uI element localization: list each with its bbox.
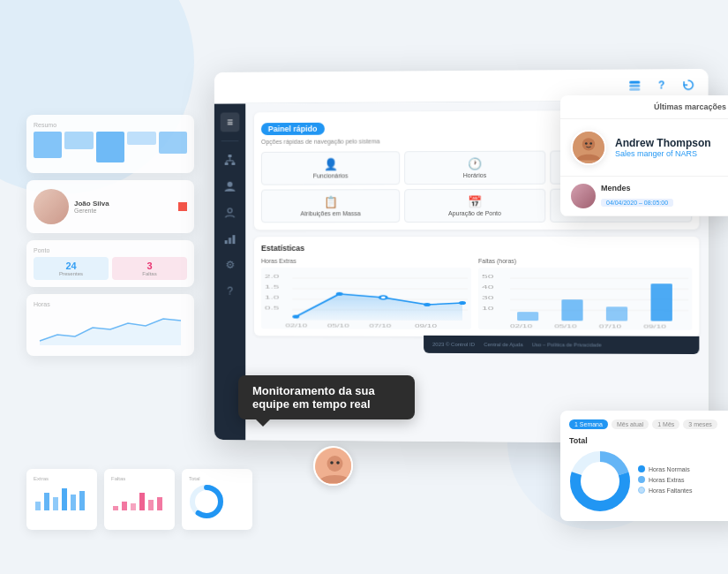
svg-rect-0 (35, 502, 41, 510)
marcacoes-list-item: Mendes 04/04/2020 – 08:05:00 (560, 177, 728, 216)
svg-point-25 (228, 208, 232, 213)
svg-point-73 (336, 461, 340, 464)
footer-privacy[interactable]: Uso – Política de Privacidade (532, 342, 602, 347)
question-icon[interactable]: ? (653, 76, 671, 94)
profile-name: Andrew Thompson (615, 137, 711, 149)
svg-rect-26 (225, 240, 228, 244)
quick-btn-funcionarios[interactable]: 👤 Funcionários (261, 151, 401, 185)
svg-rect-56 (606, 306, 627, 321)
database-icon[interactable] (626, 76, 643, 94)
sidebar-divider-1 (221, 140, 239, 141)
svg-rect-4 (71, 495, 76, 510)
bl-card-2: Faltas (104, 469, 175, 530)
svg-rect-3 (62, 488, 67, 510)
sidebar-icon-help[interactable]: ? (221, 282, 240, 301)
marcacoes-date: 04/04/2020 – 08:05:00 (601, 199, 673, 207)
svg-point-41 (459, 301, 466, 305)
svg-point-38 (336, 292, 343, 296)
quick-btn-atribuicoes[interactable]: 📋 Atribuições em Massa (261, 189, 401, 223)
sidebar-icon-org[interactable] (221, 150, 240, 170)
faltas-label: Faltas (horas) (478, 258, 692, 264)
svg-text:1.0: 1.0 (265, 294, 279, 300)
refresh-icon[interactable] (679, 76, 697, 94)
svg-rect-5 (79, 491, 85, 510)
svg-text:2.0: 2.0 (265, 273, 279, 279)
marcacoes-card: Últimas marcações Andrew Thompson Sales … (560, 95, 728, 216)
legend-dot-faltantes (638, 487, 645, 494)
avatar (571, 130, 606, 165)
sidebar-icon-menu[interactable]: ≡ (221, 112, 240, 132)
svg-rect-6 (113, 506, 118, 510)
svg-text:09/10: 09/10 (415, 323, 438, 329)
svg-text:40: 40 (482, 283, 493, 290)
funcionarios-icon: 👤 (266, 157, 396, 170)
svg-point-40 (424, 303, 431, 306)
donut-chart-svg (569, 450, 631, 512)
atribuicoes-icon: 📋 (266, 195, 396, 208)
svg-point-65 (589, 142, 592, 145)
svg-rect-27 (229, 238, 231, 244)
quick-btn-label: Funcionários (266, 172, 396, 178)
tab-3meses[interactable]: 3 meses (683, 419, 717, 429)
floating-avatar-1 (313, 446, 353, 486)
sidebar-icon-users[interactable] (221, 177, 240, 196)
legend-horas-normais: Horas Normais (638, 465, 728, 472)
horarios-icon: 🕐 (409, 157, 540, 171)
tooltip-text: Monitoramento da sua equipe em tempo rea… (252, 384, 375, 411)
svg-point-72 (330, 461, 334, 464)
tab-1mes[interactable]: 1 Mês (652, 419, 679, 429)
marcacoes-name: Mendes (601, 184, 673, 193)
marcacoes-avatar (571, 184, 596, 208)
legend-label-normal: Horas Normais (649, 466, 690, 472)
svg-rect-15 (629, 84, 640, 87)
marcacoes-item-info: Mendes 04/04/2020 – 08:05:00 (601, 184, 673, 208)
profile-info: Andrew Thompson Sales manger of NARS (615, 137, 711, 158)
svg-rect-1 (44, 493, 49, 510)
bottom-left-decoration: Extras Faltas Total (26, 469, 252, 530)
svg-rect-10 (148, 500, 154, 510)
svg-text:30: 30 (482, 294, 493, 300)
faltas-area: 50 40 30 10 (478, 268, 692, 330)
svg-text:05/10: 05/10 (554, 324, 577, 329)
tab-mesatual[interactable]: Mês atual (612, 419, 649, 429)
svg-point-71 (327, 456, 343, 472)
svg-rect-2 (53, 497, 58, 510)
stats-section: Estatísticas Horas Extras (254, 237, 699, 337)
quick-btn-apuracao[interactable]: 📅 Apuração de Ponto (404, 189, 544, 223)
sidebar-icon-settings[interactable]: ⚙ (221, 255, 240, 275)
svg-point-39 (379, 296, 387, 299)
footer-copyright: 2023 © Control ID (432, 342, 475, 347)
svg-rect-16 (629, 87, 640, 90)
svg-text:07/10: 07/10 (369, 323, 392, 329)
svg-text:50: 50 (482, 273, 493, 279)
bl-card-3: Total (182, 469, 252, 530)
legend-horas-extras: Horas Extras (638, 476, 728, 483)
svg-rect-18 (225, 162, 229, 165)
donut-legend: Horas Normais Horas Extras Horas Faltant… (638, 465, 728, 497)
footer-help[interactable]: Central de Ajuda (484, 342, 523, 347)
donut-title: Total (569, 436, 728, 445)
tab-1semana[interactable]: 1 Semana (569, 419, 608, 429)
svg-rect-54 (517, 312, 538, 321)
sidebar-icon-profile[interactable] (221, 203, 240, 223)
quick-btn-horarios[interactable]: 🕐 Horários (404, 151, 544, 185)
legend-label-faltantes: Horas Faltantes (649, 487, 692, 494)
profile-card: Andrew Thompson Sales manger of NARS (560, 119, 728, 177)
svg-rect-28 (232, 235, 235, 244)
apuracao-icon: 📅 (409, 195, 540, 208)
svg-point-37 (292, 315, 299, 319)
horas-extras-chart: Horas Extras 2.0 1.5 (261, 258, 471, 329)
svg-text:02/10: 02/10 (285, 323, 307, 329)
sidebar-icon-chart[interactable] (221, 229, 240, 248)
svg-rect-14 (629, 80, 640, 83)
svg-point-63 (582, 138, 595, 150)
svg-rect-57 (651, 283, 672, 321)
legend-horas-faltantes: Horas Faltantes (638, 487, 728, 494)
horas-extras-label: Horas Extras (261, 258, 471, 264)
svg-point-64 (585, 142, 588, 145)
svg-text:09/10: 09/10 (643, 324, 666, 329)
donut-content: Horas Normais Horas Extras Horas Faltant… (569, 450, 728, 512)
svg-rect-17 (229, 155, 232, 157)
left-card-3: Ponto 24 Presentes 3 Faltas (26, 240, 194, 287)
horas-extras-area: 2.0 1.5 1.0 0.5 (261, 268, 471, 329)
